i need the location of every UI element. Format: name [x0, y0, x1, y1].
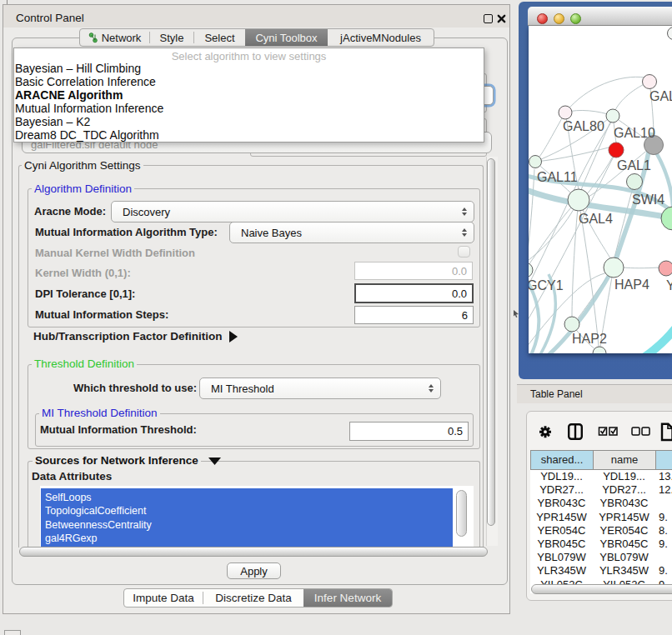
svg-text:GAL80: GAL80 — [563, 119, 604, 133]
svg-text:GAL1: GAL1 — [617, 158, 651, 172]
svg-text:GAL11: GAL11 — [537, 170, 578, 184]
svg-text:GAL4: GAL4 — [579, 212, 613, 226]
svg-text:Y: Y — [666, 278, 672, 292]
svg-text:SWI4: SWI4 — [632, 192, 664, 207]
svg-text:GAL2: GAL2 — [649, 89, 672, 103]
svg-text:GAL10: GAL10 — [614, 126, 655, 140]
svg-text:HAP2: HAP2 — [572, 332, 607, 346]
svg-text:GCY1: GCY1 — [529, 278, 564, 292]
svg-text:HAP4: HAP4 — [614, 278, 649, 292]
